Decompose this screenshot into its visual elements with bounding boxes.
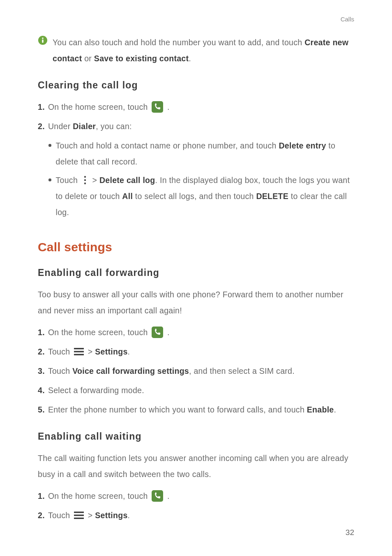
svg-rect-4: [84, 176, 86, 178]
svg-rect-3: [152, 101, 163, 113]
info-icon: [38, 35, 48, 45]
list-item: 5. Enter the phone number to which you w…: [38, 402, 354, 418]
header-section-label: Calls: [341, 16, 354, 23]
list-item: 1. On the home screen, touch .: [38, 488, 354, 504]
menu-icon: [74, 511, 84, 519]
bullet-icon: [48, 178, 51, 181]
list-item: 2. Touch > Settings.: [38, 507, 354, 524]
info-note: You can also touch and hold the number y…: [38, 35, 354, 67]
menu-icon: [74, 348, 84, 356]
bullet-icon: [48, 144, 51, 147]
clearing-steps: 1. On the home screen, touch . 2. Under …: [38, 99, 354, 220]
svg-rect-2: [42, 39, 43, 43]
page-number: 32: [346, 528, 354, 537]
svg-rect-10: [74, 354, 84, 355]
forwarding-intro: Too busy to answer all your calls with o…: [38, 287, 354, 319]
phone-icon: [152, 101, 163, 113]
list-item: 2. Under Dialer, you can:: [38, 118, 354, 134]
svg-rect-13: [74, 514, 84, 516]
info-text: You can also touch and hold the number y…: [53, 35, 354, 67]
more-vertical-icon: [82, 175, 88, 185]
heading-call-forwarding: Enabling call forwarding: [38, 267, 354, 278]
svg-rect-8: [74, 348, 84, 349]
svg-rect-14: [74, 517, 84, 519]
svg-rect-12: [74, 512, 84, 513]
svg-rect-9: [74, 351, 84, 352]
heading-clearing-call-log: Clearing the call log: [38, 80, 354, 91]
svg-rect-7: [152, 327, 163, 338]
heading-call-waiting: Enabling call waiting: [38, 431, 354, 442]
bullet-item: Touch and hold a contact name or phone n…: [48, 138, 354, 170]
svg-rect-5: [84, 179, 86, 181]
bullet-item: Touch > Delete call log. In the displaye…: [48, 172, 354, 220]
list-item: 1. On the home screen, touch .: [38, 99, 354, 115]
list-item: 2. Touch > Settings.: [38, 344, 354, 360]
waiting-intro: The call waiting function lets you answe…: [38, 450, 354, 482]
svg-rect-6: [84, 183, 86, 184]
list-item: 4. Select a forwarding mode.: [38, 382, 354, 398]
svg-point-1: [42, 37, 44, 39]
svg-rect-11: [152, 490, 163, 502]
heading-call-settings: Call settings: [38, 240, 354, 254]
list-item: 3. Touch Voice call forwarding settings,…: [38, 363, 354, 379]
phone-icon: [152, 490, 163, 502]
clearing-bullets: Touch and hold a contact name or phone n…: [48, 138, 354, 220]
phone-icon: [152, 327, 163, 338]
list-item: 1. On the home screen, touch .: [38, 324, 354, 341]
waiting-steps: 1. On the home screen, touch . 2. Touch …: [38, 488, 354, 524]
forwarding-steps: 1. On the home screen, touch . 2. Touch …: [38, 324, 354, 418]
